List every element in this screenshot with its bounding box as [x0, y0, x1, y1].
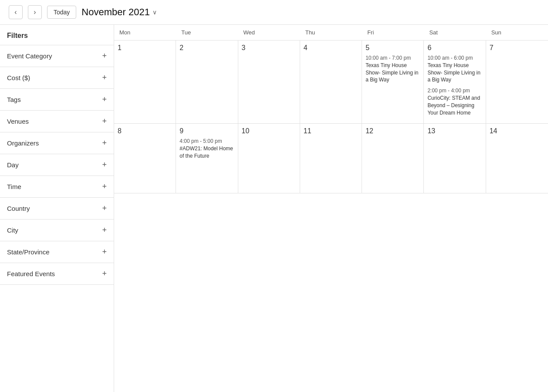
event-time-6-0: 10:00 am - 6:00 pm — [427, 54, 482, 62]
calendar: Mon Tue Wed Thu Fri Sat Sun 12345 10:00 … — [114, 25, 548, 392]
filter-item-time[interactable]: Time+ — [0, 176, 114, 198]
event-time-5-0: 10:00 am - 7:00 pm — [365, 54, 420, 62]
day-header-tue: Tue — [176, 25, 238, 40]
filter-label-organizers: Organizers — [7, 139, 39, 147]
date-number-1: 1 — [118, 44, 172, 52]
next-month-button[interactable]: › — [28, 5, 42, 19]
filter-plus-icon-tags: + — [102, 95, 107, 104]
calendar-cell-14[interactable]: 14 — [486, 124, 548, 193]
date-number-5: 5 — [365, 44, 420, 52]
filter-item-state-province[interactable]: State/Province+ — [0, 241, 114, 263]
filter-plus-icon-country: + — [102, 204, 107, 213]
filter-item-featured-events[interactable]: Featured Events+ — [0, 263, 114, 285]
filter-item-event-category[interactable]: Event Category+ — [0, 45, 114, 67]
filter-plus-icon-city: + — [102, 226, 107, 235]
event-time-9-0: 4:00 pm - 5:00 pm — [179, 138, 234, 145]
filter-plus-icon-time: + — [102, 182, 107, 191]
filter-plus-icon-event-category: + — [102, 51, 107, 61]
prev-month-button[interactable]: ‹ — [9, 5, 23, 19]
filter-item-tags[interactable]: Tags+ — [0, 89, 114, 111]
calendar-cell-11[interactable]: 11 — [300, 124, 362, 193]
filter-label-day: Day — [7, 161, 19, 169]
calendar-cell-8[interactable]: 8 — [114, 124, 176, 193]
date-number-9: 9 — [179, 127, 234, 135]
date-number-4: 4 — [304, 44, 358, 52]
sidebar: Filters Event Category+Cost ($)+Tags+Ven… — [0, 25, 114, 392]
calendar-week-1: 12345 10:00 am - 7:00 pm Texas Tiny Hous… — [114, 41, 548, 124]
app-container: ‹ › Today November 2021 ∨ Filters Event … — [0, 0, 548, 392]
calendar-cell-9[interactable]: 9 4:00 pm - 5:00 pm #ADW21: Model Home o… — [176, 124, 238, 193]
filter-item-venues[interactable]: Venues+ — [0, 111, 114, 132]
filter-plus-icon-featured-events: + — [102, 269, 107, 278]
calendar-cell-7[interactable]: 7 — [486, 41, 548, 123]
filter-label-time: Time — [7, 183, 21, 190]
filter-label-country: Country — [7, 205, 30, 212]
filter-label-featured-events: Featured Events — [7, 270, 55, 277]
event-9-0[interactable]: 4:00 pm - 5:00 pm #ADW21: Model Home of … — [179, 138, 234, 159]
date-number-8: 8 — [118, 127, 172, 135]
date-number-13: 13 — [427, 127, 482, 135]
main-layout: Filters Event Category+Cost ($)+Tags+Ven… — [0, 25, 548, 392]
day-header-sat: Sat — [424, 25, 486, 40]
calendar-week-2: 89 4:00 pm - 5:00 pm #ADW21: Model Home … — [114, 124, 548, 193]
calendar-day-headers: Mon Tue Wed Thu Fri Sat Sun — [114, 25, 548, 41]
calendar-cell-13[interactable]: 13 — [424, 124, 486, 193]
calendar-cell-3[interactable]: 3 — [238, 41, 300, 123]
filter-label-event-category: Event Category — [7, 52, 52, 60]
event-5-0[interactable]: 10:00 am - 7:00 pm Texas Tiny House Show… — [365, 54, 420, 84]
calendar-cell-5[interactable]: 5 10:00 am - 7:00 pm Texas Tiny House Sh… — [362, 41, 424, 123]
calendar-body: 12345 10:00 am - 7:00 pm Texas Tiny Hous… — [114, 41, 548, 392]
filter-label-tags: Tags — [7, 96, 21, 103]
calendar-cell-6[interactable]: 6 10:00 am - 6:00 pm Texas Tiny House Sh… — [424, 41, 486, 123]
filter-plus-icon-cost: + — [102, 73, 107, 82]
filter-item-city[interactable]: City+ — [0, 220, 114, 241]
event-title-5-0: Texas Tiny House Show- Simple Living in … — [365, 62, 420, 84]
filter-label-state-province: State/Province — [7, 248, 50, 256]
date-number-6: 6 — [427, 44, 482, 52]
date-number-10: 10 — [242, 127, 296, 135]
event-title-6-1: CurioCity: STEAM and Beyond – Designing … — [427, 95, 482, 116]
month-title[interactable]: November 2021 ∨ — [81, 7, 157, 18]
filter-label-city: City — [7, 226, 18, 234]
date-number-14: 14 — [490, 127, 545, 135]
filter-item-cost[interactable]: Cost ($)+ — [0, 67, 114, 89]
filter-label-cost: Cost ($) — [7, 74, 30, 81]
filter-plus-icon-day: + — [102, 160, 107, 169]
calendar-cell-12[interactable]: 12 — [362, 124, 424, 193]
date-number-3: 3 — [242, 44, 296, 52]
calendar-cell-2[interactable]: 2 — [176, 41, 238, 123]
date-number-7: 7 — [490, 44, 545, 52]
event-6-1[interactable]: 2:00 pm - 4:00 pm CurioCity: STEAM and B… — [427, 87, 482, 116]
event-title-6-0: Texas Tiny House Show- Simple Living in … — [427, 62, 482, 84]
today-button[interactable]: Today — [47, 6, 76, 19]
date-number-11: 11 — [304, 127, 358, 135]
month-year-label: November 2021 — [81, 7, 150, 18]
filter-item-country[interactable]: Country+ — [0, 198, 114, 220]
calendar-cell-4[interactable]: 4 — [300, 41, 362, 123]
filter-label-venues: Venues — [7, 118, 29, 125]
calendar-cell-10[interactable]: 10 — [238, 124, 300, 193]
event-time-6-1: 2:00 pm - 4:00 pm — [427, 87, 482, 95]
event-6-0[interactable]: 10:00 am - 6:00 pm Texas Tiny House Show… — [427, 54, 482, 84]
calendar-cell-1[interactable]: 1 — [114, 41, 176, 123]
date-number-12: 12 — [365, 127, 420, 135]
event-title-9-0: #ADW21: Model Home of the Future — [179, 145, 234, 160]
day-header-sun: Sun — [486, 25, 548, 40]
filter-plus-icon-state-province: + — [102, 247, 107, 257]
date-number-2: 2 — [179, 44, 234, 52]
month-dropdown-icon: ∨ — [152, 9, 157, 16]
filters-title: Filters — [0, 25, 114, 45]
day-header-wed: Wed — [238, 25, 300, 40]
day-header-thu: Thu — [300, 25, 362, 40]
day-header-fri: Fri — [362, 25, 424, 40]
header: ‹ › Today November 2021 ∨ — [0, 0, 548, 25]
filter-item-organizers[interactable]: Organizers+ — [0, 132, 114, 154]
day-header-mon: Mon — [114, 25, 176, 40]
filter-plus-icon-venues: + — [102, 117, 107, 126]
filter-plus-icon-organizers: + — [102, 139, 107, 148]
filter-item-day[interactable]: Day+ — [0, 154, 114, 176]
